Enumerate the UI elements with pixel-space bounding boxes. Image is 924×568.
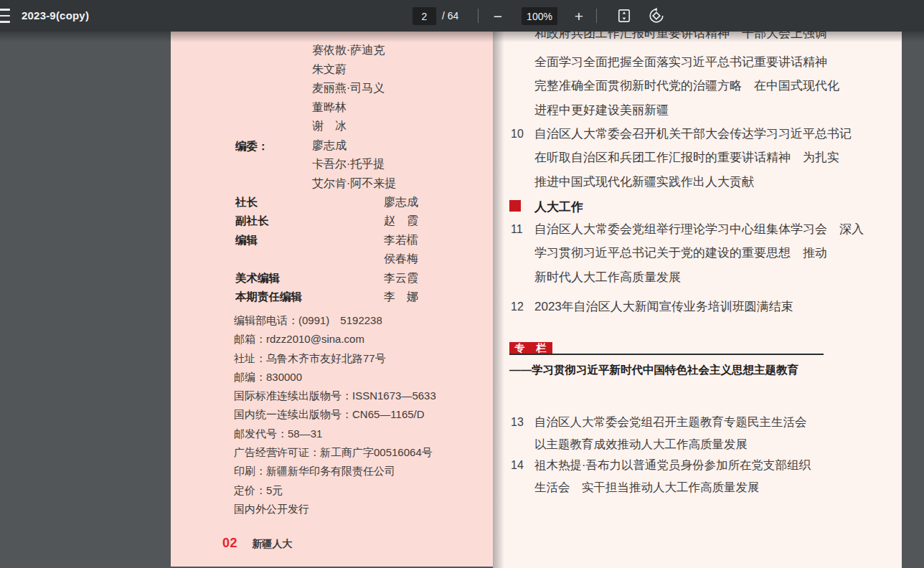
toc-line: 自治区人大常委会党组举行理论学习中心组集体学习会 深入 (534, 217, 864, 241)
staff-role-row: 社长 廖志成 (235, 192, 472, 211)
toc-line: 以主题教育成效推动人大工作高质量发展 (534, 433, 807, 455)
toc-entry-text: 自治区人大常委会党组召开主题教育专题民主生活会 以主题教育成效推动人大工作高质量… (534, 411, 807, 456)
info-line: 邮编：830000 (234, 368, 436, 387)
role-value: 赵 霞 (384, 214, 418, 229)
toc-line: 推进中国式现代化新疆实践作出人大贡献 (534, 170, 852, 194)
toc-page-number: 13 (511, 411, 524, 433)
name-line: 麦丽燕·司马义 (312, 79, 396, 98)
toc-line: 生活会 实干担当推动人大工作高质量发展 (534, 476, 811, 498)
name-line: 廖志成 (312, 136, 396, 156)
name-line: 谢 冰 (312, 117, 396, 136)
info-line: 社址：乌鲁木齐市友好北路77号 (234, 349, 436, 368)
info-line: 印刷：新疆新华印务有限责任公司 (234, 462, 436, 481)
red-square-bullet-icon (509, 200, 521, 212)
toc-line: 进程中更好建设美丽新疆 (534, 98, 839, 122)
toc-line: 自治区人大常委会召开机关干部大会传达学习习近平总书记 (534, 122, 852, 146)
zoom-out-button[interactable]: − (488, 6, 508, 26)
toc-entry-text: 自治区人大常委会召开机关干部大会传达学习习近平总书记 在听取自治区和兵团工作汇报… (534, 122, 852, 194)
toc-line: 自治区人大常委会党组召开主题教育专题民主生活会 (534, 411, 807, 433)
column-section-subtitle: ——学习贯彻习近平新时代中国特色社会主义思想主题教育 (509, 363, 798, 378)
toc-entry-text: 2023年自治区人大新闻宣传业务培训班圆满结束 (534, 295, 793, 318)
role-label: 副社长 (235, 214, 269, 229)
staff-role-row: 本期责任编辑 李 娜 (235, 287, 472, 306)
toc-entry-continuation: 全面学习全面把握全面落实习近平总书记重要讲话精神 完整准确全面贯彻新时代党的治疆… (534, 50, 839, 122)
info-line: 国际标准连续出版物号：ISSN1673—5633 (234, 387, 436, 405)
page-footer: 02 新疆人大 (222, 536, 292, 551)
role-label: 编辑 (235, 233, 258, 248)
name-line: 朱文蔚 (312, 60, 396, 80)
toc-entry-text: 自治区人大常委会党组举行理论学习中心组集体学习会 深入 学习贯彻习近平总书记关于… (534, 217, 864, 289)
toc-line: 新时代人大工作高质量发展 (534, 265, 864, 289)
editorial-board-names: 赛依散·萨迪克 朱文蔚 麦丽燕·司马义 董晔林 谢 冰 廖志成 卡吾尔·托乎提 … (312, 41, 396, 193)
role-value: 廖志成 (384, 195, 418, 210)
toc-line: 2023年自治区人大新闻宣传业务培训班圆满结束 (534, 295, 793, 318)
name-line: 艾尔肯·阿不来提 (312, 174, 396, 194)
staff-role-row: 副社长 赵 霞 (235, 211, 472, 229)
role-value: 李 娜 (384, 290, 418, 305)
publication-info-block: 编辑部电话：(0991) 5192238 邮箱：rdzz2010@sina.co… (234, 311, 436, 519)
page-count-label: / 64 (442, 10, 458, 22)
folio-number: 02 (222, 536, 237, 550)
info-line: 定价：5元 (234, 481, 436, 500)
name-line: 董晔林 (312, 98, 396, 118)
pdf-page-right-contents: 和政府兵团工作汇报时重要讲话精神 干部大会上强调 全面学习全面把握全面落实习近平… (493, 32, 902, 568)
staff-roles-list: 社长 廖志成 副社长 赵 霞 编辑 李若檑 侯春梅 美术编辑 李云霞 本期责任编… (235, 192, 472, 306)
toc-line: 在听取自治区和兵团工作汇报时的重要讲话精神 为扎实 (534, 146, 852, 169)
pdf-page-left-masthead: 赛依散·萨迪克 朱文蔚 麦丽燕·司马义 董晔林 谢 冰 廖志成 卡吾尔·托乎提 … (171, 32, 493, 567)
toc-page-number: 12 (511, 295, 524, 318)
toc-page-number: 11 (511, 217, 523, 241)
info-line: 邮发代号：58—31 (234, 425, 436, 443)
role-label: 美术编辑 (235, 271, 280, 286)
info-line: 国内统一连续出版物号：CN65—1165/D (234, 405, 436, 424)
zoom-level-display: 100% (522, 7, 557, 25)
menu-icon[interactable] (0, 9, 10, 23)
toc-entry-text: 祖木热提·吾布力以普通党员身份参加所在党支部组织 生活会 实干担当推动人大工作高… (534, 454, 811, 499)
pdf-viewer-toolbar: 2023-9(copy) / 64 − 100% + (0, 0, 924, 32)
info-line: 广告经营许可证：新工商广字00516064号 (234, 443, 436, 462)
document-title: 2023-9(copy) (22, 9, 89, 22)
magazine-title: 新疆人大 (252, 538, 292, 549)
toc-line: 学习贯彻习近平总书记关于党的建设的重要思想 推动 (534, 241, 864, 265)
name-line: 赛依散·萨迪克 (312, 41, 396, 60)
toc-line: 完整准确全面贯彻新时代党的治疆方略 在中国式现代化 (534, 74, 839, 98)
role-value: 侯春梅 (384, 252, 418, 267)
toc-page-number: 10 (511, 122, 524, 146)
role-label: 社长 (235, 195, 258, 210)
info-line: 国内外公开发行 (234, 500, 436, 519)
toc-clipped-line: 和政府兵团工作汇报时重要讲话精神 干部大会上强调 (534, 32, 827, 42)
staff-role-row: 编辑 李若檑 (235, 230, 472, 249)
toc-page-number: 14 (511, 454, 524, 476)
page-number-input[interactable] (412, 7, 436, 25)
toc-line: 祖木热提·吾布力以普通党员身份参加所在党支部组织 (534, 454, 811, 476)
role-label: 本期责任编辑 (235, 290, 302, 305)
toolbar-divider (596, 9, 597, 23)
role-value: 李云霞 (384, 271, 418, 286)
role-value: 李若檑 (384, 233, 418, 248)
column-section-rule (509, 354, 824, 355)
info-line: 邮箱：rdzz2010@sina.com (234, 330, 436, 349)
zoom-in-button[interactable]: + (569, 6, 589, 26)
info-line: 编辑部电话：(0991) 5192238 (234, 311, 436, 330)
staff-role-row: 美术编辑 李云霞 (235, 268, 472, 287)
editorial-board-label: 编委： (235, 139, 269, 154)
toolbar-divider (478, 9, 478, 23)
name-line: 卡吾尔·托乎提 (312, 155, 396, 174)
fit-to-page-icon[interactable] (614, 6, 634, 26)
section-title: 人大工作 (534, 199, 583, 215)
staff-role-row: 侯春梅 (235, 249, 472, 268)
toc-line: 全面学习全面把握全面落实习近平总书记重要讲话精神 (534, 50, 839, 74)
rotate-counterclockwise-icon[interactable] (646, 6, 666, 26)
